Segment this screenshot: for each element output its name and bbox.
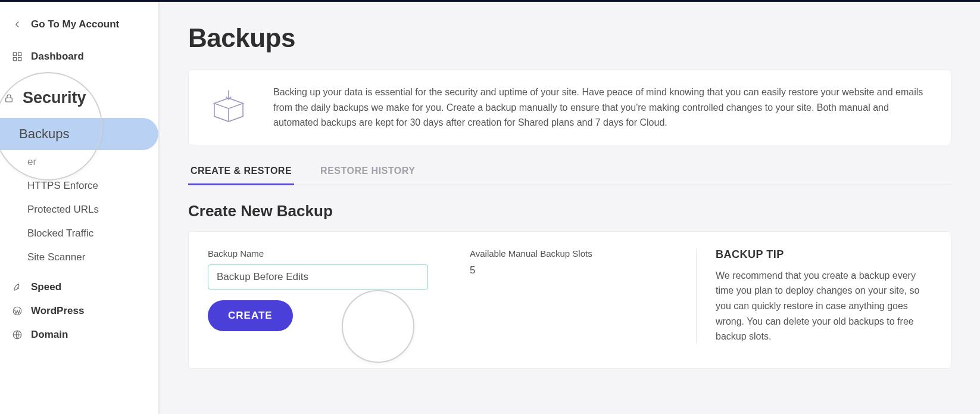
sidebar-item-security[interactable]: Security (0, 77, 158, 118)
page-title: Backups (188, 23, 951, 53)
svg-rect-1 (18, 52, 21, 55)
sidebar-item-label: Dashboard (31, 51, 84, 63)
arrow-left-icon (12, 19, 23, 30)
sidebar-item-label: Security (23, 89, 86, 107)
sidebar-item-label: Site Scanner (27, 251, 85, 263)
sidebar-item-label: Blocked Traffic (27, 228, 93, 239)
tip-text: We recommend that you create a backup ev… (716, 268, 932, 344)
svg-rect-3 (18, 58, 21, 61)
sidebar-item-label: er (27, 156, 36, 168)
globe-icon (12, 329, 23, 340)
tab-label: RESTORE HISTORY (320, 166, 415, 176)
backup-name-label: Backup Name (208, 248, 446, 259)
sidebar-item-dashboard[interactable]: Dashboard (0, 45, 158, 69)
sidebar-item-truncated[interactable]: er (0, 150, 158, 174)
tip-title: BACKUP TIP (716, 248, 932, 261)
tab-label: CREATE & RESTORE (191, 166, 292, 176)
sidebar-item-https-enforce[interactable]: HTTPS Enforce (0, 174, 158, 198)
svg-rect-4 (6, 98, 13, 102)
sidebar-item-label: Protected URLs (27, 204, 99, 216)
tab-create-restore[interactable]: CREATE & RESTORE (188, 158, 294, 185)
slots-value: 5 (470, 264, 672, 276)
sidebar-item-domain[interactable]: Domain (0, 323, 158, 347)
svg-rect-0 (13, 52, 16, 55)
lock-icon (4, 93, 14, 104)
create-button[interactable]: CREATE (208, 300, 293, 331)
sidebar-item-label: HTTPS Enforce (27, 180, 98, 192)
dashboard-icon (12, 51, 23, 62)
sidebar-item-site-scanner[interactable]: Site Scanner (0, 245, 158, 269)
sidebar-item-label: Domain (31, 329, 68, 341)
create-backup-panel: Backup Name CREATE Available Manual Back… (188, 231, 951, 369)
sidebar-item-wordpress[interactable]: WordPress (0, 299, 158, 323)
rocket-icon (12, 282, 23, 292)
svg-rect-2 (13, 58, 16, 61)
info-text: Backing up your data is essential for th… (273, 85, 932, 130)
backup-name-input[interactable] (208, 264, 428, 290)
info-card: Backing up your data is essential for th… (188, 70, 951, 145)
sidebar-item-backups[interactable]: Backups (0, 118, 158, 150)
sidebar-item-protected-urls[interactable]: Protected URLs (0, 198, 158, 222)
sidebar-item-speed[interactable]: Speed (0, 275, 158, 299)
wordpress-icon (12, 306, 23, 316)
box-icon (208, 86, 249, 128)
sidebar-item-blocked-traffic[interactable]: Blocked Traffic (0, 222, 158, 245)
sidebar-item-label: Backups (19, 126, 69, 142)
slots-label: Available Manual Backup Slots (470, 248, 672, 259)
sidebar-item-label: Speed (31, 281, 61, 293)
go-to-account-link[interactable]: Go To My Account (0, 13, 158, 36)
tabs: CREATE & RESTORE RESTORE HISTORY (188, 158, 951, 185)
go-to-account-label: Go To My Account (31, 18, 119, 30)
create-section-title: Create New Backup (188, 202, 951, 220)
sidebar-item-label: WordPress (31, 305, 84, 317)
tab-restore-history[interactable]: RESTORE HISTORY (318, 158, 417, 185)
main-content: Backups Backing up your data is essentia… (160, 2, 980, 414)
sidebar: Go To My Account Dashboard Security Back… (0, 2, 160, 414)
